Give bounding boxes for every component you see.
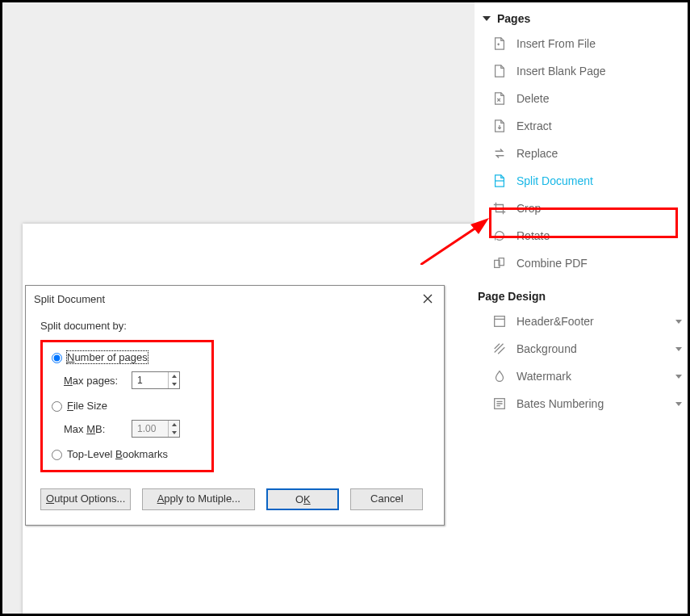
menu-label: Insert Blank Page: [516, 65, 606, 78]
dialog-title: Split Document: [34, 293, 105, 305]
menu-split-document[interactable]: Split Document: [475, 167, 690, 195]
menu-label: Rotate: [516, 229, 550, 242]
close-icon: [423, 294, 433, 304]
menu-label: Replace: [516, 147, 558, 160]
right-panel: Pages Insert From File Insert Blank Page: [475, 2, 690, 614]
app-frame: Pages Insert From File Insert Blank Page: [0, 0, 690, 616]
cancel-button[interactable]: Cancel: [350, 488, 423, 510]
background-icon: [492, 342, 507, 356]
menu-crop[interactable]: Crop: [475, 195, 690, 222]
split-document-dialog: Split Document Split document by: Number…: [25, 285, 445, 526]
radio-bookmarks[interactable]: [52, 450, 62, 460]
menu-label: Insert From File: [516, 37, 596, 50]
menu-label: Split Document: [516, 174, 593, 187]
max-mb-value: 1.00: [132, 421, 168, 437]
radio-pages[interactable]: [52, 353, 62, 363]
page-blank-icon: [492, 64, 507, 78]
page-insert-file-icon: [492, 36, 507, 51]
dialog-titlebar: Split Document: [26, 286, 444, 312]
menu-insert-from-file[interactable]: Insert From File: [475, 30, 690, 57]
svg-rect-2: [495, 316, 505, 327]
option-bookmarks[interactable]: Top-Level Bookmarks: [48, 447, 203, 460]
max-pages-label: Max pages:: [64, 375, 123, 387]
max-mb-label: Max MB:: [64, 423, 123, 435]
menu-watermark[interactable]: Watermark: [475, 362, 690, 390]
dialog-buttons: Output Options... Apply to Mutiple... OK…: [26, 488, 444, 525]
spinner-down: [169, 429, 179, 437]
chevron-down-icon: [675, 402, 682, 406]
spinner-up: [169, 421, 179, 429]
menu-extract[interactable]: Extract: [475, 112, 690, 140]
callout-options-highlight: Number of pages Max pages: 1 File Size: [40, 340, 214, 472]
spinner-up[interactable]: [169, 372, 179, 380]
menu-rotate[interactable]: Rotate: [475, 222, 690, 249]
max-pages-spinner[interactable]: 1: [132, 371, 180, 389]
menu-delete[interactable]: Delete: [475, 85, 690, 112]
output-options-button[interactable]: Output Options...: [40, 488, 131, 510]
menu-label: Watermark: [516, 370, 571, 383]
menu-label: Combine PDF: [516, 257, 588, 270]
chevron-down-icon: [675, 320, 682, 324]
rotate-icon: [492, 228, 507, 243]
menu-insert-blank-page[interactable]: Insert Blank Page: [475, 57, 690, 85]
menu-combine-pdf[interactable]: Combine PDF: [475, 249, 690, 277]
section-pages[interactable]: Pages: [475, 9, 690, 30]
section-page-design-label: Page Design: [478, 290, 546, 303]
menu-label: Extract: [516, 119, 552, 132]
menu-label: Header&Footer: [516, 315, 594, 328]
menu-header-footer[interactable]: Header&Footer: [475, 308, 690, 335]
radio-filesize-label: File Size: [67, 400, 107, 412]
crop-icon: [492, 201, 507, 216]
chevron-down-icon: [675, 375, 682, 379]
chevron-down-icon: [483, 16, 491, 21]
apply-multiple-button[interactable]: Apply to Mutiple...: [142, 488, 255, 510]
page-delete-icon: [492, 91, 507, 106]
menu-label: Bates Numbering: [516, 397, 604, 410]
menu-bates-numbering[interactable]: Bates Numbering: [475, 390, 690, 417]
max-mb-spinner: 1.00: [132, 420, 180, 438]
split-by-label: Split document by:: [40, 320, 429, 332]
dialog-close-button[interactable]: [420, 291, 436, 307]
max-pages-value[interactable]: 1: [132, 372, 168, 388]
combine-icon: [492, 256, 507, 270]
chevron-down-icon: [675, 347, 682, 351]
radio-pages-label: Number of pages: [67, 351, 148, 363]
menu-background[interactable]: Background: [475, 335, 690, 362]
bates-icon: [492, 396, 507, 411]
section-pages-label: Pages: [497, 12, 530, 25]
menu-replace[interactable]: Replace: [475, 140, 690, 167]
page-extract-icon: [492, 119, 507, 133]
radio-filesize[interactable]: [52, 401, 62, 412]
option-file-size[interactable]: File Size: [48, 399, 203, 412]
menu-label: Background: [516, 342, 577, 355]
page-split-icon: [492, 174, 507, 188]
replace-icon: [492, 146, 507, 161]
section-page-design[interactable]: Page Design: [475, 287, 690, 308]
ok-button[interactable]: OK: [266, 488, 339, 510]
radio-bookmarks-label: Top-Level Bookmarks: [67, 448, 168, 460]
header-footer-icon: [492, 314, 507, 329]
watermark-icon: [492, 369, 507, 383]
dialog-body: Split document by: Number of pages Max p…: [26, 312, 444, 488]
spinner-down[interactable]: [169, 380, 179, 388]
menu-label: Delete: [516, 92, 549, 105]
menu-label: Crop: [516, 202, 541, 215]
option-number-of-pages[interactable]: Number of pages: [48, 350, 203, 363]
